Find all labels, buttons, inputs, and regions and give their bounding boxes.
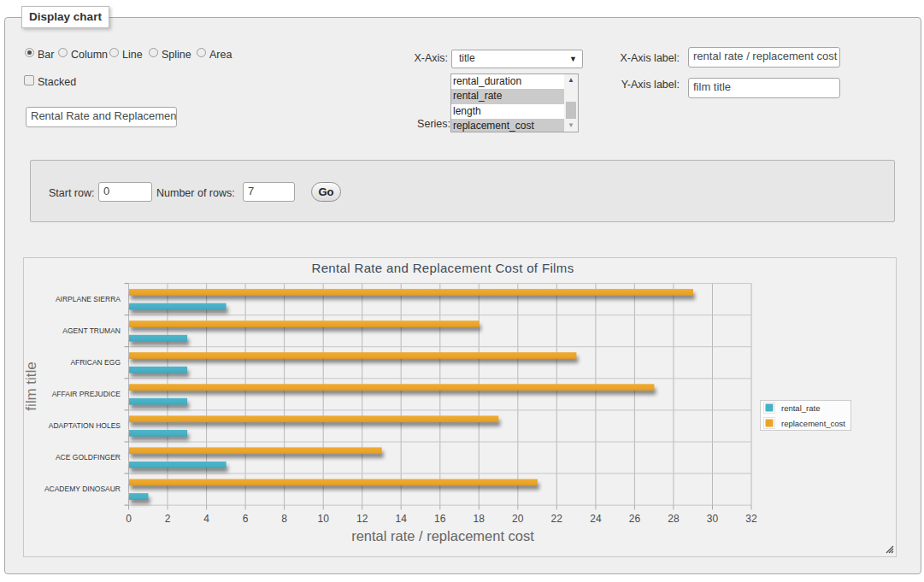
svg-text:AIRPLANE SIERRA: AIRPLANE SIERRA — [56, 295, 121, 303]
svg-text:rental_rate: rental_rate — [781, 403, 820, 413]
svg-text:film title: film title — [24, 362, 39, 411]
svg-text:2: 2 — [165, 513, 171, 525]
svg-text:rental rate / replacement cost: rental rate / replacement cost — [351, 528, 534, 544]
svg-text:ACADEMY DINOSAUR: ACADEMY DINOSAUR — [44, 485, 121, 493]
svg-text:AFFAIR PREJUDICE: AFFAIR PREJUDICE — [52, 390, 121, 398]
svg-text:8: 8 — [281, 513, 287, 525]
svg-text:10: 10 — [318, 513, 330, 525]
svg-text:AFRICAN EGG: AFRICAN EGG — [70, 358, 121, 367]
svg-text:28: 28 — [668, 513, 680, 525]
svg-text:20: 20 — [512, 513, 524, 525]
svg-text:32: 32 — [745, 513, 757, 525]
svg-text:4: 4 — [203, 513, 209, 525]
svg-text:30: 30 — [707, 513, 719, 525]
svg-text:16: 16 — [434, 513, 446, 525]
svg-text:AGENT TRUMAN: AGENT TRUMAN — [62, 326, 121, 335]
svg-text:Rental Rate and Replacement Co: Rental Rate and Replacement Cost of Film… — [312, 261, 574, 275]
svg-text:22: 22 — [551, 513, 563, 525]
svg-text:24: 24 — [590, 513, 602, 525]
svg-text:18: 18 — [474, 513, 486, 525]
svg-text:6: 6 — [243, 513, 249, 525]
svg-text:14: 14 — [396, 513, 408, 525]
svg-text:12: 12 — [356, 513, 368, 525]
svg-text:replacement_cost: replacement_cost — [781, 419, 845, 428]
svg-text:0: 0 — [126, 513, 132, 525]
svg-text:26: 26 — [629, 513, 641, 525]
svg-text:ADAPTATION HOLES: ADAPTATION HOLES — [49, 421, 121, 430]
svg-text:ACE GOLDFINGER: ACE GOLDFINGER — [56, 453, 121, 461]
